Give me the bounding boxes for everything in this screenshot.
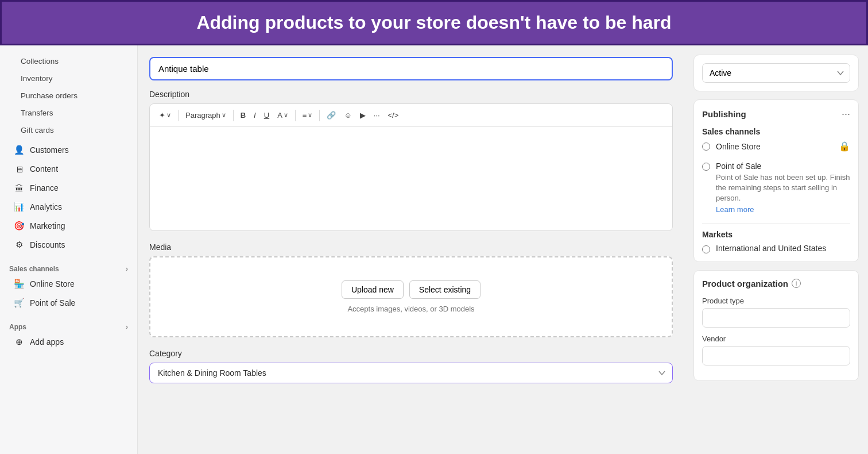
finance-icon: 🏛 [14,183,24,193]
sidebar-label-transfers: Transfers [21,109,53,117]
emoji-icon: ☺ [344,111,351,120]
align-toolbar-btn[interactable]: ≡ ∨ [299,109,316,122]
vendor-label: Vendor [702,334,850,343]
sidebar-item-transfers[interactable]: Transfers [5,105,133,121]
sidebar-label-analytics: Analytics [30,202,62,211]
online-store-channel-item: Online Store 🔒 [702,141,850,155]
product-name-input[interactable] [149,57,673,80]
sidebar-label-add-apps: Add apps [30,337,64,347]
code-toolbar-btn[interactable]: </> [385,109,402,122]
online-store-radio[interactable] [702,143,710,151]
pos-channel-desc: Point of Sale has not been set up. Finis… [716,172,850,204]
link-icon: 🔗 [327,111,336,120]
product-org-card: Product organization i Product type Vend… [693,270,859,381]
toolbar-divider-4 [319,110,320,121]
text-color-chevron-icon: ∨ [284,111,288,119]
magic-toolbar-btn[interactable]: ✦ ∨ [156,109,175,122]
main-content: Description ✦ ∨ Paragraph ∨ B [138,45,684,454]
media-dropzone[interactable]: Upload new Select existing Accepts image… [149,256,673,337]
sidebar-label-discounts: Discounts [30,240,65,249]
marketing-icon: 🎯 [14,221,24,231]
banner-text: Adding products to your store doesn't ha… [196,12,671,33]
more-toolbar-btn[interactable]: ··· [370,109,383,122]
market-item-international: International and United States [702,244,850,253]
sidebar-item-analytics[interactable]: 📊 Analytics [5,198,133,216]
promo-banner: Adding products to your store doesn't ha… [0,0,868,45]
status-select[interactable]: Active Draft [702,63,850,83]
vendor-input[interactable] [702,346,850,365]
category-section: Category Kitchen & Dining Room Tables [149,349,673,383]
sidebar-item-inventory[interactable]: Inventory [5,70,133,87]
emoji-toolbar-btn[interactable]: ☺ [340,109,355,122]
sales-channels-header: Sales channels › [0,261,137,274]
sidebar-item-collections[interactable]: Collections [5,53,133,70]
sidebar-item-finance[interactable]: 🏛 Finance [5,179,133,197]
editor-toolbar: ✦ ∨ Paragraph ∨ B I [150,104,672,127]
toolbar-divider-3 [295,110,296,121]
product-org-title: Product organization [702,279,788,288]
online-store-icon: 🏪 [14,279,24,289]
paragraph-toolbar-btn[interactable]: Paragraph ∨ [182,109,230,122]
media-label: Media [149,243,673,252]
select-existing-btn[interactable]: Select existing [409,280,480,299]
right-panel: Active Draft Publishing ··· Sales channe… [684,45,868,454]
upload-new-btn[interactable]: Upload new [342,280,404,299]
sales-channels-label: Sales channels [9,265,59,273]
magic-chevron-icon: ∨ [166,111,171,119]
bold-toolbar-btn[interactable]: B [237,109,249,122]
paragraph-chevron-icon: ∨ [222,111,226,119]
description-editor-body[interactable] [150,127,672,230]
sidebar-label-inventory: Inventory [21,74,53,83]
sidebar-item-add-apps[interactable]: ⊕ Add apps [5,333,133,351]
apps-header: Apps › [0,320,137,332]
underline-toolbar-btn[interactable]: U [261,109,273,122]
sidebar-label-marketing: Marketing [30,221,65,230]
text-color-toolbar-btn[interactable]: A ∨ [274,109,292,122]
play-icon: ▶ [360,111,366,120]
markets-label: Markets [702,224,850,239]
pos-channel-content: Point of Sale Point of Sale has not been… [716,161,850,214]
sidebar-item-content[interactable]: 🖥 Content [5,160,133,178]
media-buttons: Upload new Select existing [162,280,660,299]
sidebar-label-gift-cards: Gift cards [21,126,54,134]
international-radio[interactable] [702,245,710,253]
discounts-icon: ⚙ [14,240,24,250]
market-name-international: International and United States [716,244,826,253]
category-select[interactable]: Kitchen & Dining Room Tables [149,363,673,383]
sidebar-label-finance: Finance [30,183,59,193]
sidebar-item-discounts[interactable]: ⚙ Discounts [5,236,133,254]
customers-icon: 👤 [14,145,24,155]
link-toolbar-btn[interactable]: 🔗 [323,109,339,122]
sidebar-item-point-of-sale[interactable]: 🛒 Point of Sale [5,294,133,312]
online-store-channel-content: Online Store 🔒 [716,141,850,152]
italic-toolbar-btn[interactable]: I [250,109,259,122]
apps-label: Apps [9,323,26,331]
description-editor: ✦ ∨ Paragraph ∨ B I [149,103,673,231]
media-toolbar-btn[interactable]: ▶ [356,109,369,122]
sidebar-label-online-store: Online Store [30,279,75,288]
sidebar-item-marketing[interactable]: 🎯 Marketing [5,217,133,235]
pos-icon: 🛒 [14,298,24,308]
publishing-title: Publishing [702,109,746,119]
sidebar-label-collections: Collections [21,57,59,66]
learn-more-link[interactable]: Learn more [716,205,754,214]
sidebar-item-customers[interactable]: 👤 Customers [5,141,133,159]
status-card: Active Draft [693,55,859,91]
lock-icon: 🔒 [839,141,850,151]
category-label: Category [149,349,673,358]
sidebar-item-purchase-orders[interactable]: Purchase orders [5,87,133,104]
publishing-card: Publishing ··· Sales channels Online Sto… [693,99,859,262]
sidebar-label-content: Content [30,164,58,174]
online-store-lock-btn[interactable]: 🔒 [839,141,850,152]
publishing-more-btn[interactable]: ··· [842,108,850,120]
sidebar-item-online-store[interactable]: 🏪 Online Store [5,275,133,293]
point-of-sale-channel-item: Point of Sale Point of Sale has not been… [702,161,850,218]
sidebar-label-purchase-orders: Purchase orders [21,91,78,100]
add-apps-icon: ⊕ [14,337,24,347]
product-type-input[interactable] [702,308,850,328]
media-hint-text: Accepts images, videos, or 3D models [162,305,660,313]
sidebar-item-gift-cards[interactable]: Gift cards [5,122,133,138]
content-icon: 🖥 [14,164,24,174]
pos-radio[interactable] [702,163,710,171]
publishing-header: Publishing ··· [702,108,850,120]
